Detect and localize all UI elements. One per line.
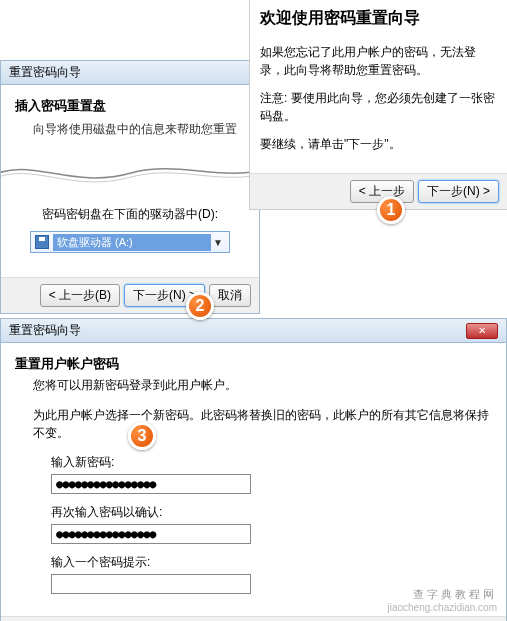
wizard-welcome-panel: 欢迎使用密码重置向导 如果您忘记了此用户帐户的密码，无法登录，此向导将帮助您重置… bbox=[249, 0, 507, 210]
button-row: < 上一步(B) 下一步 取消 bbox=[1, 616, 506, 621]
heading: 重置用户帐户密码 bbox=[15, 355, 492, 373]
dropdown-selected: 软盘驱动器 (A:) bbox=[53, 234, 211, 251]
step-badge-3: 3 bbox=[128, 422, 156, 450]
confirm-password-input[interactable] bbox=[51, 524, 251, 544]
back-button[interactable]: < 上一步(B) bbox=[40, 284, 120, 307]
wave-icon bbox=[1, 158, 259, 188]
wizard-insert-disk-panel: 重置密码向导 插入密码重置盘 向导将使用磁盘中的信息来帮助您重置 密码密钥盘在下… bbox=[0, 60, 260, 314]
welcome-para1: 如果您忘记了此用户帐户的密码，无法登录，此向导将帮助您重置密码。 bbox=[260, 43, 497, 79]
button-row: < 上一步(B) 下一步(N) > 取消 bbox=[1, 277, 259, 313]
hint-label: 输入一个密码提示: bbox=[51, 554, 492, 571]
watermark-title: 查字典教程网 bbox=[387, 587, 497, 602]
watermark-url: jiaocheng.chazidian.com bbox=[387, 602, 497, 613]
panel-body: 插入密码重置盘 向导将使用磁盘中的信息来帮助您重置 密码密钥盘在下面的驱动器中(… bbox=[1, 85, 259, 277]
welcome-para3: 要继续，请单击"下一步"。 bbox=[260, 135, 497, 153]
step-badge-1: 1 bbox=[377, 196, 405, 224]
decorative-wave bbox=[1, 148, 259, 196]
welcome-para2: 注意: 要使用此向导，您必须先创建了一张密码盘。 bbox=[260, 89, 497, 125]
drive-dropdown[interactable]: 软盘驱动器 (A:) ▼ bbox=[30, 231, 230, 253]
chevron-down-icon: ▼ bbox=[211, 237, 225, 248]
panel-body: 重置用户帐户密码 您将可以用新密码登录到此用户帐户。 为此用户帐户选择一个新密码… bbox=[1, 343, 506, 616]
subtext: 您将可以用新密码登录到此用户帐户。 bbox=[15, 377, 492, 394]
confirm-password-label: 再次输入密码以确认: bbox=[51, 504, 492, 521]
heading: 插入密码重置盘 bbox=[15, 97, 245, 115]
window-title: 重置密码向导 bbox=[9, 322, 81, 339]
watermark: 查字典教程网 jiaocheng.chazidian.com bbox=[387, 587, 497, 613]
confirm-password-group: 再次输入密码以确认: bbox=[15, 504, 492, 544]
subtext: 向导将使用磁盘中的信息来帮助您重置 bbox=[15, 121, 245, 138]
new-password-group: 输入新密码: bbox=[15, 454, 492, 494]
cancel-button[interactable]: 取消 bbox=[209, 284, 251, 307]
new-password-label: 输入新密码: bbox=[51, 454, 492, 471]
window-title: 重置密码向导 bbox=[9, 65, 81, 79]
next-button[interactable]: 下一步(N) > bbox=[418, 180, 499, 203]
welcome-title: 欢迎使用密码重置向导 bbox=[260, 8, 497, 29]
titlebar: 重置密码向导 bbox=[1, 61, 259, 85]
wizard-reset-password-panel: 重置密码向导 ✕ 重置用户帐户密码 您将可以用新密码登录到此用户帐户。 为此用户… bbox=[0, 318, 507, 621]
new-password-input[interactable] bbox=[51, 474, 251, 494]
instruction-text: 为此用户帐户选择一个新密码。此密码将替换旧的密码，此帐户的所有其它信息将保持不变… bbox=[15, 406, 492, 442]
step-badge-2: 2 bbox=[186, 292, 214, 320]
driver-label: 密码密钥盘在下面的驱动器中(D): bbox=[15, 206, 245, 223]
titlebar: 重置密码向导 ✕ bbox=[1, 319, 506, 343]
hint-input[interactable] bbox=[51, 574, 251, 594]
close-button[interactable]: ✕ bbox=[466, 323, 498, 339]
floppy-icon bbox=[35, 235, 49, 249]
